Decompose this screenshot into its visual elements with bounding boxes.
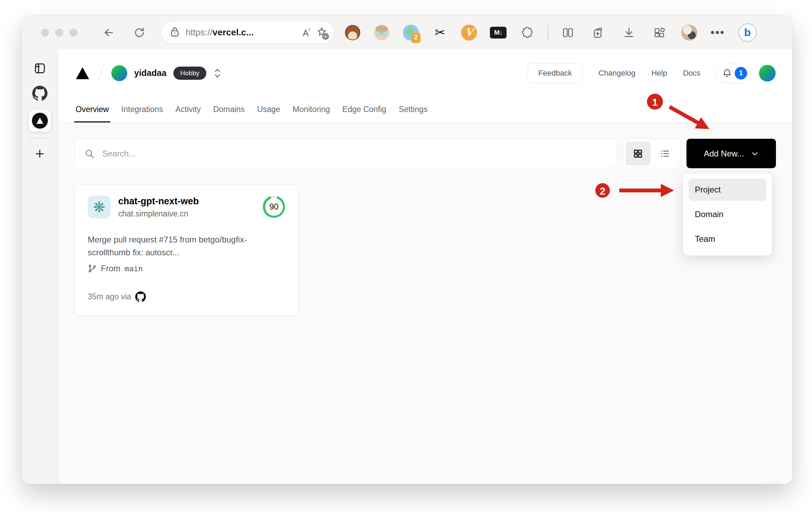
refresh-icon[interactable] xyxy=(131,24,148,41)
tab-favicon-github[interactable] xyxy=(29,85,51,102)
read-aloud-icon[interactable]: A⁾ xyxy=(303,26,310,38)
list-view-button[interactable] xyxy=(653,142,677,165)
collections-icon[interactable] xyxy=(590,24,607,41)
toolbar-right-icons: ••• b xyxy=(559,23,757,42)
search-icon xyxy=(84,148,95,159)
tab-domains[interactable]: Domains xyxy=(207,97,251,122)
user-avatar[interactable] xyxy=(759,65,776,82)
team-avatar[interactable] xyxy=(111,65,127,81)
lock-icon xyxy=(170,27,179,39)
add-new-button[interactable]: Add New... xyxy=(686,139,776,168)
github-icon xyxy=(135,291,146,302)
split-screen-icon[interactable] xyxy=(559,24,577,41)
translate-extension-icon[interactable]: 2 xyxy=(403,24,419,41)
add-new-label: Add New... xyxy=(704,149,744,159)
project-name[interactable]: chat-gpt-next-web xyxy=(118,196,199,207)
search-box xyxy=(75,139,616,168)
grid-view-button[interactable] xyxy=(625,142,650,165)
tampermonkey-extension-icon[interactable] xyxy=(344,24,361,41)
score-value: 90 xyxy=(265,198,283,216)
vercel-header: yidadaa Hobby Feedback Changelog Help Do… xyxy=(58,49,792,97)
view-toggle xyxy=(623,139,680,168)
tab-settings[interactable]: Settings xyxy=(392,97,434,122)
window-controls xyxy=(41,29,77,36)
more-menu-icon[interactable]: ••• xyxy=(710,26,725,39)
tab-activity[interactable]: Activity xyxy=(169,97,207,122)
tab-favicon-vercel-active[interactable] xyxy=(29,110,51,132)
minimize-window-button[interactable] xyxy=(55,29,63,36)
openai-logo-icon: ❋ xyxy=(88,196,111,219)
browser-window: https://vercel.c... A⁾ + 2 ✂ V M↓ xyxy=(22,16,792,484)
help-link[interactable]: Help xyxy=(651,69,667,78)
tab-overview[interactable]: Overview xyxy=(69,97,115,122)
project-card[interactable]: ❋ chat-gpt-next-web chat.simplenaive.cn … xyxy=(75,184,298,316)
add-new-dropdown: Project Domain Team xyxy=(683,173,772,256)
search-input[interactable] xyxy=(102,149,607,159)
extensions-row: 2 ✂ V M↓ xyxy=(344,24,536,41)
team-name[interactable]: yidadaa xyxy=(134,68,166,78)
tab-monitoring[interactable]: Monitoring xyxy=(286,97,336,122)
sidebar-divider xyxy=(29,138,51,139)
address-bar[interactable]: https://vercel.c... A⁾ + xyxy=(161,22,334,43)
tab-edge-config[interactable]: Edge Config xyxy=(336,97,393,122)
close-window-button[interactable] xyxy=(41,29,49,36)
vercel-content: Add New... ❋ chat-gpt-next-web chat.simp… xyxy=(58,122,792,484)
chevron-down-icon xyxy=(751,150,759,157)
browser-toolbar: https://vercel.c... A⁾ + 2 ✂ V M↓ xyxy=(22,16,792,49)
docs-link[interactable]: Docs xyxy=(683,69,700,78)
scissors-extension-icon[interactable]: ✂ xyxy=(432,24,448,41)
dropdown-item-team[interactable]: Team xyxy=(689,228,766,250)
notification-count-badge: 1 xyxy=(735,67,747,79)
deploy-meta: 35m ago via xyxy=(88,292,131,301)
plan-badge: Hobby xyxy=(173,67,206,80)
branch-name[interactable]: main xyxy=(124,264,143,273)
download-icon[interactable] xyxy=(620,24,638,41)
list-view-icon xyxy=(660,148,670,159)
score-ring[interactable]: 90 xyxy=(263,196,285,218)
browser-profile-avatar[interactable] xyxy=(681,25,697,41)
apps-launcher-icon[interactable] xyxy=(651,24,668,41)
grid-view-icon xyxy=(633,148,643,159)
notifications-button[interactable]: 1 xyxy=(716,63,751,83)
userscript-avatar-extension-icon[interactable] xyxy=(373,24,390,41)
git-branch-icon xyxy=(88,264,97,273)
maximize-window-button[interactable] xyxy=(70,29,77,36)
commit-message[interactable]: Merge pull request #715 from betgo/bugfi… xyxy=(88,233,275,259)
tab-integrations[interactable]: Integrations xyxy=(115,97,169,122)
changelog-link[interactable]: Changelog xyxy=(598,69,635,78)
vimium-extension-icon[interactable]: V xyxy=(461,24,477,41)
feedback-button[interactable]: Feedback xyxy=(528,63,583,83)
markdown-extension-icon[interactable]: M↓ xyxy=(490,24,507,41)
extensions-puzzle-icon[interactable] xyxy=(519,24,536,41)
favorite-icon[interactable]: + xyxy=(317,27,327,39)
back-icon[interactable] xyxy=(100,24,118,41)
vercel-page: yidadaa Hobby Feedback Changelog Help Do… xyxy=(58,49,792,484)
new-tab-button[interactable]: + xyxy=(29,145,51,162)
toolbar-divider xyxy=(547,25,548,40)
translate-badge: 2 xyxy=(411,33,421,43)
vertical-tabs-icon[interactable] xyxy=(29,60,51,77)
dropdown-item-domain[interactable]: Domain xyxy=(689,203,766,225)
tab-usage[interactable]: Usage xyxy=(251,97,286,122)
dropdown-item-project[interactable]: Project xyxy=(689,179,766,201)
edge-sidebar: + xyxy=(22,49,58,484)
team-switcher-icon[interactable] xyxy=(214,68,221,78)
bell-icon xyxy=(722,68,732,78)
add-favorite-plus-icon: + xyxy=(322,33,329,40)
url-text: https://vercel.c... xyxy=(185,27,303,38)
vercel-tab-bar: Overview Integrations Activity Domains U… xyxy=(58,97,792,122)
bing-chat-icon[interactable]: b xyxy=(738,23,757,42)
breadcrumb-slash xyxy=(97,66,104,80)
branch-prefix: From xyxy=(101,264,120,273)
project-domain[interactable]: chat.simplenaive.cn xyxy=(118,209,199,219)
vercel-logo-icon[interactable] xyxy=(75,67,90,80)
